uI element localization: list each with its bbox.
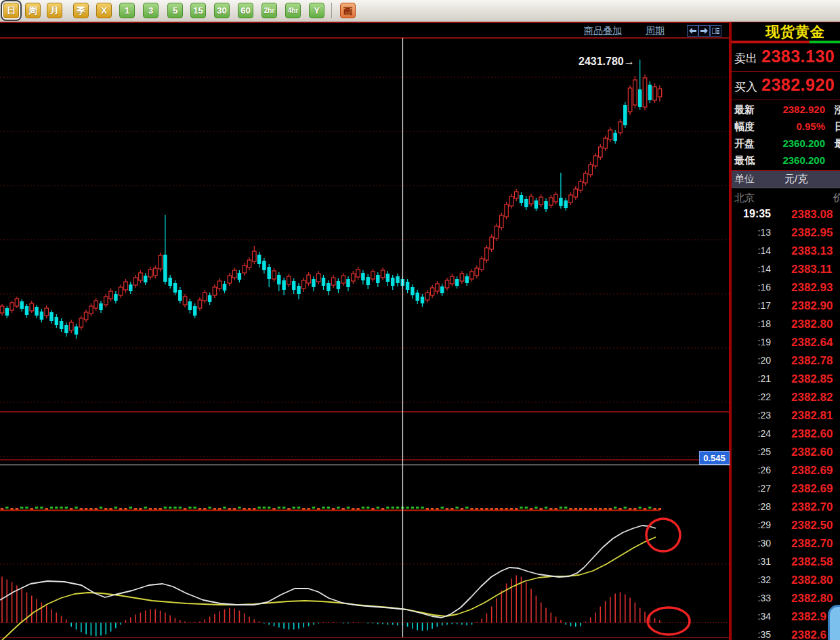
tick-row: :232382.81 bbox=[732, 407, 840, 425]
tick-price: 2382.80 bbox=[791, 574, 833, 587]
tick-price: 2382.69 bbox=[791, 464, 833, 477]
sell-row: 卖出 2383.130 bbox=[732, 44, 840, 72]
ts-header-city: 北京 bbox=[734, 192, 755, 205]
tick-time: 19:35 bbox=[732, 208, 771, 220]
ratio-green-segment bbox=[810, 41, 840, 43]
stat-value: 2360.200 bbox=[782, 154, 825, 166]
stat-row-最新: 最新2382.920涨 bbox=[732, 101, 840, 118]
tick-price: 2382.80 bbox=[791, 318, 833, 331]
tick-time: :22 bbox=[732, 391, 771, 402]
tick-time: :13 bbox=[732, 227, 771, 238]
tick-time: :23 bbox=[732, 410, 771, 421]
tick-time: :33 bbox=[732, 593, 771, 603]
buy-price: 2382.920 bbox=[761, 75, 835, 95]
tick-price: 2382.81 bbox=[791, 409, 833, 423]
unit-value: 元/克 bbox=[784, 173, 807, 186]
tick-time: :29 bbox=[732, 519, 771, 530]
tick-row: :202382.78 bbox=[732, 352, 840, 370]
touch-cursor-overlay bbox=[828, 605, 840, 640]
stat-label: 幅度 bbox=[734, 121, 755, 133]
stat-clipped-column: 日 bbox=[835, 121, 840, 133]
tick-row: :172382.90 bbox=[732, 297, 840, 316]
tick-row: :322382.80 bbox=[732, 572, 840, 590]
stat-label: 最低 bbox=[734, 154, 755, 167]
ratio-red-segment bbox=[732, 41, 810, 43]
tick-row: :292382.50 bbox=[732, 517, 840, 535]
tick-price: 2382.95 bbox=[791, 226, 833, 240]
tick-time: :26 bbox=[732, 465, 771, 475]
stat-label: 开盘 bbox=[734, 137, 755, 150]
tick-row: :302382.70 bbox=[732, 535, 840, 553]
stat-clipped-column: 最 bbox=[835, 137, 840, 150]
time-sales-header: 北京 价 bbox=[732, 190, 840, 206]
tick-price: 2382.60 bbox=[791, 446, 833, 459]
tick-row: :312382.58 bbox=[732, 553, 840, 572]
tick-time: :35 bbox=[732, 629, 771, 640]
buy-label: 买入 bbox=[734, 79, 757, 95]
time-sales-list[interactable]: 19:352383.08:132382.95:142383.13:142383.… bbox=[732, 206, 840, 640]
tick-price: 2382.90 bbox=[791, 299, 833, 313]
unit-label: 单位 bbox=[734, 173, 755, 186]
tick-row: :332382.80 bbox=[732, 590, 840, 608]
tick-price: 2382.93 bbox=[791, 281, 833, 295]
bid-ask-ratio-bar bbox=[732, 41, 840, 43]
macd-layer bbox=[0, 507, 661, 640]
sell-price: 2383.130 bbox=[761, 47, 835, 66]
tick-time: :24 bbox=[732, 428, 771, 439]
stat-row-开盘: 开盘2360.200最 bbox=[732, 135, 840, 152]
tick-row: :142383.11 bbox=[732, 261, 840, 279]
stat-value: 2382.920 bbox=[782, 104, 825, 115]
stat-row-最低: 最低2360.200 bbox=[732, 152, 840, 169]
tick-time: :30 bbox=[732, 538, 771, 549]
tick-time: :20 bbox=[732, 355, 771, 366]
stat-value: 0.95% bbox=[796, 121, 825, 132]
tick-price: 2382.50 bbox=[791, 519, 833, 532]
tick-row: 19:352383.08 bbox=[732, 206, 840, 224]
tick-price: 2382.9 bbox=[791, 610, 826, 624]
tick-price: 2383.08 bbox=[791, 208, 833, 221]
tick-time: :16 bbox=[732, 282, 771, 293]
tick-price: 2382.70 bbox=[791, 500, 833, 514]
tick-time: :14 bbox=[732, 263, 771, 274]
tick-time: :21 bbox=[732, 373, 771, 384]
tick-row: :352382.6 bbox=[732, 626, 840, 640]
tick-row: :192382.64 bbox=[732, 334, 840, 352]
tick-time: :14 bbox=[732, 245, 771, 256]
tick-price: 2382.80 bbox=[791, 592, 833, 605]
tick-row: :282382.70 bbox=[732, 498, 840, 517]
tick-price: 2382.70 bbox=[791, 537, 833, 551]
tick-time: :34 bbox=[732, 611, 771, 622]
tick-price: 2382.82 bbox=[791, 391, 833, 404]
tick-row: :272382.69 bbox=[732, 480, 840, 498]
tick-row: :342382.9 bbox=[732, 608, 840, 626]
tick-time: :17 bbox=[732, 300, 771, 311]
tick-time: :27 bbox=[732, 483, 771, 494]
stat-label: 最新 bbox=[734, 104, 755, 116]
tick-row: :182382.80 bbox=[732, 316, 840, 334]
stat-value: 2360.200 bbox=[782, 137, 825, 149]
symbol-title: 现货黄金 bbox=[765, 22, 840, 41]
tick-price: 2383.13 bbox=[791, 244, 833, 258]
tick-time: :19 bbox=[732, 337, 771, 347]
buy-row: 买入 2382.920 bbox=[732, 72, 840, 100]
tick-row: :132382.95 bbox=[732, 224, 840, 242]
quote-panel: 现货黄金 卖出 2383.130 买入 2382.920 最新2382.920涨… bbox=[730, 22, 840, 640]
stat-clipped-column: 涨 bbox=[835, 104, 840, 116]
chart-canvas[interactable]: 2431.780→ bbox=[0, 0, 730, 640]
tick-price: 2382.69 bbox=[791, 482, 833, 496]
tick-row: :212382.85 bbox=[732, 370, 840, 389]
tick-price: 2382.85 bbox=[791, 372, 833, 386]
tick-row: :242382.60 bbox=[732, 425, 840, 444]
tick-price: 2382.60 bbox=[791, 427, 833, 441]
tick-row: :222382.82 bbox=[732, 389, 840, 407]
crosshair-value-label: 0.545 bbox=[699, 451, 730, 465]
tick-time: :31 bbox=[732, 556, 771, 567]
tick-time: :25 bbox=[732, 446, 771, 457]
gridlines-layer bbox=[0, 22, 730, 640]
tick-row: :142383.13 bbox=[732, 242, 840, 261]
candles-layer bbox=[0, 60, 661, 339]
tick-time: :28 bbox=[732, 501, 771, 512]
tick-price: 2383.11 bbox=[791, 263, 833, 276]
trading-app-window: 日周月季X1351530602hr4hrY画 商品叠加 周期 2431.780→… bbox=[0, 0, 840, 640]
tick-time: :18 bbox=[732, 318, 771, 329]
